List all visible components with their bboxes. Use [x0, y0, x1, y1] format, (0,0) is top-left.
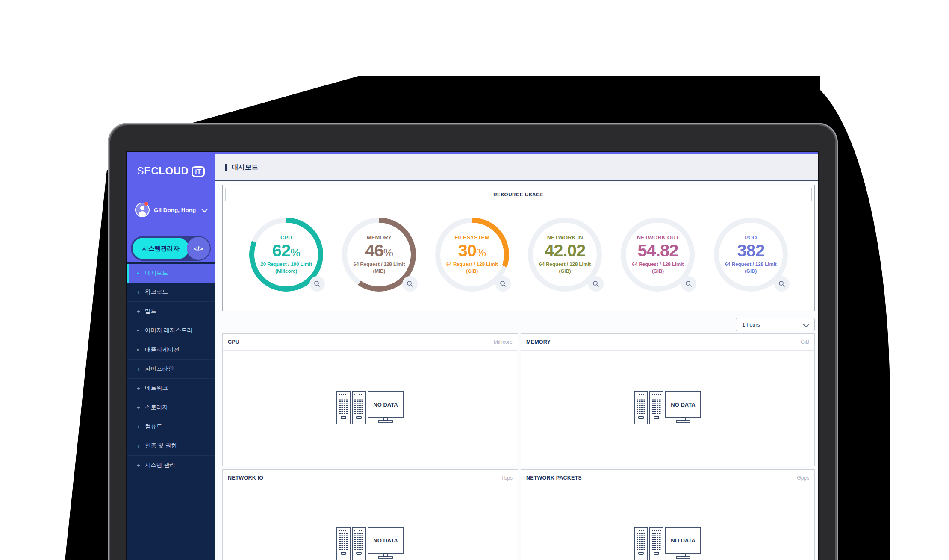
- sidebar-item-image-registry[interactable]: • 이미지 레지스트리: [127, 321, 215, 340]
- sidebar-item-build[interactable]: + 빌드: [127, 302, 215, 321]
- gauge-sub: 20 Request / 100 Limit(Milicore): [260, 261, 312, 274]
- gauge-sub: 64 Request / 128 Limit(MiB): [354, 261, 405, 274]
- sidebar-item-system-admin[interactable]: + 시스템 관리: [127, 456, 215, 475]
- gauge-value: 62%: [272, 242, 301, 259]
- svg-text:NO DATA: NO DATA: [373, 537, 398, 544]
- title-bar-mark: [225, 164, 227, 171]
- gauge-filesystem: FILESYSTEM 30% 64 Request / 128 Limit(Gi…: [435, 218, 509, 292]
- page-title: 대시보드: [232, 163, 258, 172]
- chart-panel-network-io: NETWORK IO Tbps: [222, 469, 518, 560]
- magnifier-icon: [778, 280, 785, 287]
- sidebar-item-compute[interactable]: + 컴퓨트: [127, 417, 215, 436]
- role-switcher: 시스템관리자 </>: [131, 236, 211, 261]
- gauge-label: POD: [745, 234, 757, 241]
- code-icon: </>: [194, 245, 203, 252]
- gauge-network-out: NETWORK OUT 54.82 64 Request / 128 Limit…: [621, 218, 695, 292]
- no-data-icon: NO DATA: [336, 526, 404, 560]
- gauge-value: 42.02: [545, 242, 585, 259]
- chart-unit: Tbps: [501, 475, 513, 481]
- section-divider: [222, 315, 815, 315]
- gauge-zoom-button[interactable]: [402, 276, 418, 292]
- menu-plus-icon: +: [137, 366, 145, 372]
- menu-plus-icon: +: [137, 308, 145, 315]
- chart-title: NETWORK PACKETS: [526, 475, 582, 481]
- chart-title: MEMORY: [526, 339, 551, 345]
- gauge-zoom-button[interactable]: [588, 276, 604, 292]
- magnifier-icon: [592, 280, 599, 287]
- menu-bullet-icon: •: [137, 270, 145, 277]
- gauge-zoom-button[interactable]: [681, 276, 696, 292]
- chart-title: CPU: [228, 339, 239, 345]
- page: SECLOUDiT Gil Dong, Hong 시스템관리자 </>: [0, 0, 949, 560]
- logo-text-bold: CLOUD: [151, 165, 189, 177]
- svg-text:NO DATA: NO DATA: [671, 401, 696, 408]
- gauge-row: CPU 62% 20 Request / 100 Limit(Milicore): [223, 204, 814, 292]
- magnifier-icon: [314, 280, 321, 287]
- gauge-network-in: NETWORK IN 42.02 64 Request / 128 Limit(…: [528, 218, 602, 292]
- app-logo: SECLOUDiT: [127, 165, 215, 177]
- chart-panel-memory: MEMORY GiB: [521, 333, 815, 466]
- no-data-icon: NO DATA: [336, 390, 404, 426]
- menu-plus-icon: +: [137, 443, 145, 449]
- time-range-value: 1 hours: [742, 322, 804, 328]
- logo-badge: iT: [192, 166, 204, 177]
- role-pill-button[interactable]: 시스템관리자: [133, 238, 189, 259]
- no-data-icon: NO DATA: [634, 526, 701, 560]
- sidebar-item-auth[interactable]: + 인증 및 권한: [127, 436, 215, 456]
- chart-panel-network-packets: NETWORK PACKETS Gpps: [521, 469, 815, 560]
- page-header: 대시보드: [215, 154, 818, 181]
- gauge-sub: 64 Request / 128 Limit(GiB): [632, 261, 684, 274]
- menu-label: 파이프라인: [145, 365, 174, 373]
- gauge-value: 30%: [458, 242, 486, 259]
- sidebar-item-workload[interactable]: + 워크로드: [127, 283, 215, 302]
- gauge-zoom-button[interactable]: [309, 276, 325, 292]
- magnifier-icon: [500, 280, 507, 287]
- gauge-label: FILESYSTEM: [455, 234, 490, 241]
- gauge-value: 54.82: [637, 242, 678, 259]
- chevron-down-icon: [803, 321, 810, 327]
- user-menu[interactable]: Gil Dong, Hong: [135, 203, 207, 217]
- menu-plus-icon: +: [137, 404, 145, 411]
- time-range-select[interactable]: 1 hours: [736, 318, 815, 331]
- magnifier-icon: [685, 280, 692, 287]
- menu-label: 시스템 관리: [145, 461, 175, 469]
- chart-panel-cpu: CPU Millicore: [222, 333, 518, 466]
- chart-unit: Millicore: [494, 339, 513, 345]
- menu-label: 컴퓨트: [145, 423, 162, 430]
- code-toggle-button[interactable]: </>: [187, 237, 210, 260]
- gauge-sub: 64 Request / 128 Limit(GiB): [446, 261, 498, 274]
- main-area: 대시보드 RESOURCE USAGE CPU 62% 20 Request /…: [215, 154, 818, 560]
- menu-bullet-icon: •: [137, 327, 145, 334]
- sidebar-item-pipeline[interactable]: + 파이프라인: [127, 360, 215, 379]
- gauge-value: 382: [737, 242, 764, 259]
- sidebar-menu: • 대시보드 + 워크로드 + 빌드 • 이미지 레지스트리 • 애플리케이: [127, 264, 215, 475]
- gauge-value: 46%: [365, 242, 393, 259]
- gauge-pod: POD 382 64 Request / 128 Limit(GiB): [714, 218, 788, 292]
- chart-unit: GiB: [801, 339, 809, 345]
- svg-text:NO DATA: NO DATA: [373, 401, 398, 408]
- sidebar-item-storage[interactable]: + 스토리지: [127, 398, 215, 417]
- menu-bullet-icon: •: [137, 347, 145, 353]
- menu-label: 이미지 레지스트리: [145, 327, 193, 334]
- sidebar-item-dashboard[interactable]: • 대시보드: [127, 264, 215, 283]
- menu-label: 네트워크: [145, 384, 168, 392]
- gauge-memory: MEMORY 46% 64 Request / 128 Limit(MiB): [342, 218, 416, 292]
- resource-usage-title: RESOURCE USAGE: [225, 188, 812, 201]
- logo-text-light: SE: [137, 165, 151, 177]
- laptop-screen: SECLOUDiT Gil Dong, Hong 시스템관리자 </>: [127, 152, 818, 560]
- menu-label: 스토리지: [145, 404, 168, 411]
- menu-label: 대시보드: [145, 269, 168, 277]
- gauge-zoom-button[interactable]: [495, 276, 511, 292]
- magnifier-icon: [407, 280, 413, 287]
- sidebar: SECLOUDiT Gil Dong, Hong 시스템관리자 </>: [127, 154, 215, 560]
- dashboard-content: RESOURCE USAGE CPU 62% 20 Request / 100 …: [215, 182, 818, 560]
- sidebar-item-network[interactable]: + 네트워크: [127, 379, 215, 398]
- chevron-down-icon: [201, 206, 208, 212]
- resource-usage-panel: RESOURCE USAGE CPU 62% 20 Request / 100 …: [222, 185, 815, 311]
- gauge-cpu: CPU 62% 20 Request / 100 Limit(Milicore): [249, 218, 323, 292]
- no-data-icon: NO DATA: [634, 390, 701, 426]
- menu-plus-icon: +: [137, 289, 145, 295]
- sidebar-item-application[interactable]: • 애플리케이션: [127, 340, 215, 360]
- menu-label: 워크로드: [145, 288, 168, 296]
- gauge-zoom-button[interactable]: [774, 276, 790, 292]
